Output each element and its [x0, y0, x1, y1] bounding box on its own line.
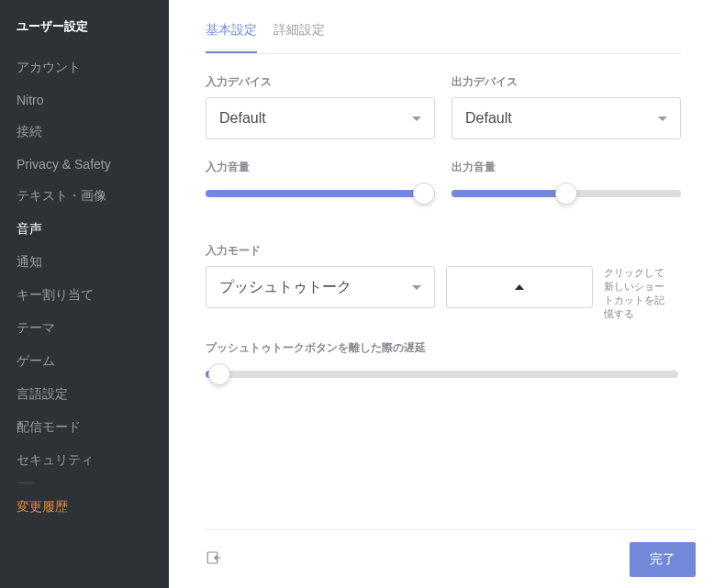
tab-basic[interactable]: 基本設定	[206, 22, 257, 53]
main-panel: 基本設定 詳細設定 入力デバイス Default 出力デバイス Default …	[169, 0, 725, 588]
sidebar-item-changelog[interactable]: 変更履歴	[0, 491, 169, 524]
sidebar-item-notifications[interactable]: 通知	[0, 246, 169, 279]
sidebar-item-connections[interactable]: 接続	[0, 116, 169, 149]
output-volume-label: 出力音量	[452, 160, 681, 175]
sidebar-item-nitro[interactable]: Nitro	[0, 84, 169, 116]
sidebar-item-keybinds[interactable]: キー割り当て	[0, 279, 169, 312]
output-device-label: 出力デバイス	[452, 74, 681, 90]
input-device-label: 入力デバイス	[206, 74, 435, 90]
input-device-value: Default	[219, 110, 266, 127]
sidebar-item-text-images[interactable]: テキスト・画像	[0, 180, 169, 213]
input-volume-label: 入力音量	[206, 160, 435, 175]
input-device-select[interactable]: Default	[206, 97, 435, 139]
chevron-down-icon	[412, 285, 421, 290]
tabs: 基本設定 詳細設定	[206, 22, 681, 54]
sidebar-item-streamer[interactable]: 配信モード	[0, 411, 169, 444]
sidebar-divider	[17, 483, 33, 483]
sidebar-item-language[interactable]: 言語設定	[0, 378, 169, 411]
ptt-delay-label: プッシュトゥトークボタンを離した際の遅延	[206, 340, 681, 356]
chevron-up-icon	[515, 284, 524, 290]
sidebar-item-security[interactable]: セキュリティ	[0, 444, 169, 477]
sidebar-title: ユーザー設定	[0, 18, 169, 51]
back-icon[interactable]	[206, 549, 222, 570]
sidebar-item-voice[interactable]: 音声	[0, 213, 169, 246]
output-device-value: Default	[465, 110, 512, 127]
footer: 完了	[206, 529, 696, 588]
sidebar: ユーザー設定 アカウント Nitro 接続 Privacy & Safety テ…	[0, 0, 169, 588]
sidebar-item-privacy[interactable]: Privacy & Safety	[0, 149, 169, 180]
ptt-delay-slider[interactable]	[206, 363, 678, 385]
output-volume-slider[interactable]	[452, 183, 681, 205]
output-device-select[interactable]: Default	[452, 97, 681, 139]
input-mode-select[interactable]: プッシュトゥトーク	[206, 266, 435, 308]
input-volume-slider[interactable]	[206, 183, 435, 205]
sidebar-item-game[interactable]: ゲーム	[0, 345, 169, 378]
shortcut-hint: クリックして新しいショートカットを記憶する	[604, 266, 668, 320]
shortcut-record-box[interactable]	[446, 266, 593, 308]
chevron-down-icon	[658, 116, 667, 121]
tab-advanced[interactable]: 詳細設定	[273, 22, 325, 53]
chevron-down-icon	[412, 116, 421, 121]
sidebar-item-account[interactable]: アカウント	[0, 51, 169, 84]
sidebar-item-theme[interactable]: テーマ	[0, 312, 169, 345]
input-mode-label: 入力モード	[206, 243, 681, 259]
input-mode-value: プッシュトゥトーク	[219, 278, 351, 297]
done-button[interactable]: 完了	[630, 542, 696, 577]
